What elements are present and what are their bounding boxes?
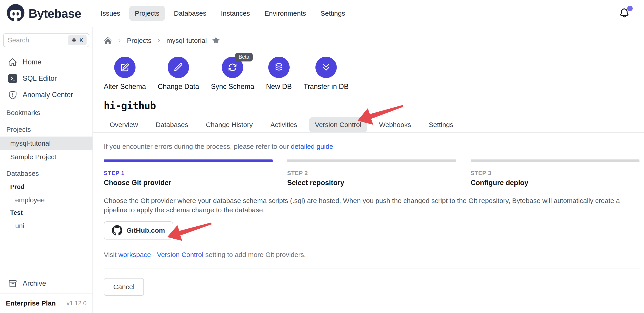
search-box[interactable]: ⌘ K	[3, 33, 89, 47]
tab-webhooks[interactable]: Webhooks	[373, 117, 417, 132]
step1-label: STEP 1	[104, 170, 272, 176]
change-data-button[interactable]: Change Data	[158, 57, 199, 91]
sidebar-project-mysql-tutorial[interactable]: mysql-tutorial	[0, 137, 92, 150]
nav-item-instances[interactable]: Instances	[216, 6, 256, 21]
new-db-button[interactable]: New DB	[266, 57, 292, 91]
footer-divider	[104, 268, 640, 269]
step3-bar	[471, 159, 640, 162]
top-navbar: Bytebase Issues Projects Databases Insta…	[0, 0, 644, 27]
sidebar-section-projects: Projects	[0, 123, 92, 137]
sidebar-item-label: Archive	[23, 279, 46, 287]
step1-bar	[104, 159, 272, 162]
sidebar-spacer	[0, 232, 92, 274]
detailed-guide-link[interactable]: detailed guide	[291, 143, 333, 150]
sidebar-item-label: Home	[23, 58, 42, 66]
tab-activities[interactable]: Activities	[264, 117, 303, 132]
beta-badge: Beta	[235, 53, 253, 62]
favorite-star-icon[interactable]	[212, 36, 220, 45]
sync-icon	[227, 62, 238, 73]
step3-title: Configure deploy	[471, 179, 640, 187]
chevron-right-icon	[156, 38, 162, 44]
sidebar-item-home[interactable]: Home	[0, 54, 92, 70]
step2-bar	[287, 159, 456, 162]
step3-label: STEP 3	[471, 170, 640, 176]
project-tabs: Overview Databases Change History Activi…	[104, 117, 644, 132]
sidebar-item-archive[interactable]: Archive	[0, 274, 92, 293]
tab-overview[interactable]: Overview	[104, 117, 144, 132]
search-shortcut-badge: ⌘ K	[68, 35, 86, 45]
bytebase-logo-icon	[6, 4, 26, 23]
breadcrumb-current-project[interactable]: mysql-tutorial	[166, 37, 207, 45]
tab-version-control[interactable]: Version Control	[309, 117, 367, 132]
breadcrumb-projects[interactable]: Projects	[127, 37, 151, 45]
transfer-in-db-button[interactable]: Transfer in DB	[304, 57, 349, 91]
pencil-icon	[173, 62, 184, 73]
main-content: Projects mysql-tutorial Alter Schema	[93, 27, 644, 313]
tab-divider	[93, 132, 644, 133]
tab-databases[interactable]: Databases	[150, 117, 194, 132]
brand-name: Bytebase	[28, 6, 81, 21]
plan-name: Enterprise Plan	[6, 299, 56, 307]
step-description: Choose the Git provider where your datab…	[104, 196, 634, 215]
database-stack-icon	[274, 62, 284, 73]
github-icon	[112, 225, 122, 236]
home-icon	[8, 58, 17, 67]
step2-title: Select repository	[287, 179, 456, 187]
plan-row: Enterprise Plan v1.12.0	[0, 293, 92, 313]
workspace-version-control-link[interactable]: workspace - Version Control	[118, 251, 203, 258]
sidebar-item-anomaly-center[interactable]: Anomaly Center	[0, 87, 92, 103]
action-label: Transfer in DB	[304, 83, 349, 91]
chevron-right-icon	[116, 38, 122, 44]
sidebar-project-sample-project[interactable]: Sample Project	[0, 150, 92, 164]
archive-box-icon	[8, 279, 17, 288]
step2: STEP 2 Select repository	[287, 162, 456, 187]
nav-item-environments[interactable]: Environments	[259, 6, 311, 21]
step-progress-bars	[104, 159, 640, 162]
terminal-icon	[8, 74, 17, 83]
action-label: Change Data	[158, 83, 199, 91]
sidebar-env-test: Test	[0, 206, 92, 219]
step1: STEP 1 Choose Git provider	[104, 162, 272, 187]
sidebar: ⌘ K Home SQL Editor	[0, 27, 93, 313]
visit-suffix: setting to add more Git providers.	[204, 251, 306, 258]
bytebase-logo[interactable]: Bytebase	[6, 4, 81, 23]
sidebar-menu: Home SQL Editor Anomaly Center	[0, 54, 92, 232]
sidebar-db-employee[interactable]: employee	[0, 193, 92, 206]
sync-schema-button[interactable]: Beta Sync Schema	[211, 57, 254, 91]
error-help-note: If you encounter errors during the proce…	[104, 143, 644, 150]
action-label: Alter Schema	[104, 83, 146, 91]
action-label: Sync Schema	[211, 83, 254, 91]
notification-dot	[627, 6, 633, 11]
error-help-text: If you encounter errors during the proce…	[104, 143, 291, 150]
sidebar-section-databases: Databases	[0, 166, 92, 181]
visit-prefix: Visit	[104, 251, 118, 258]
project-title: hi-github	[104, 100, 644, 111]
sidebar-section-bookmarks: Bookmarks	[0, 106, 92, 120]
nav-item-issues[interactable]: Issues	[95, 6, 126, 21]
breadcrumb: Projects mysql-tutorial	[104, 36, 644, 45]
nav-item-projects[interactable]: Projects	[130, 6, 165, 21]
notifications-button[interactable]	[618, 8, 630, 19]
provider-label: GitHub.com	[126, 227, 165, 234]
breadcrumb-home-icon[interactable]	[104, 37, 112, 45]
action-label: New DB	[266, 83, 292, 91]
nav-item-settings[interactable]: Settings	[315, 6, 350, 21]
sidebar-env-prod: Prod	[0, 181, 92, 193]
sidebar-item-sql-editor[interactable]: SQL Editor	[0, 70, 92, 87]
sidebar-db-uni[interactable]: uni	[0, 219, 92, 232]
tab-settings[interactable]: Settings	[423, 117, 459, 132]
search-input[interactable]	[8, 36, 68, 44]
tab-change-history[interactable]: Change History	[200, 117, 258, 132]
edit-square-icon	[120, 62, 130, 73]
nav-item-databases[interactable]: Databases	[168, 6, 212, 21]
visit-note: Visit workspace - Version Control settin…	[104, 251, 644, 258]
cancel-button[interactable]: Cancel	[104, 278, 144, 296]
sidebar-item-label: Anomaly Center	[23, 91, 73, 99]
alter-schema-button[interactable]: Alter Schema	[104, 57, 146, 91]
chevron-double-down-icon	[321, 62, 331, 73]
step1-title: Choose Git provider	[104, 179, 272, 187]
github-provider-button[interactable]: GitHub.com	[104, 221, 173, 239]
step-labels: STEP 1 Choose Git provider STEP 2 Select…	[104, 162, 640, 187]
app-version: v1.12.0	[66, 300, 86, 307]
step2-label: STEP 2	[287, 170, 456, 176]
